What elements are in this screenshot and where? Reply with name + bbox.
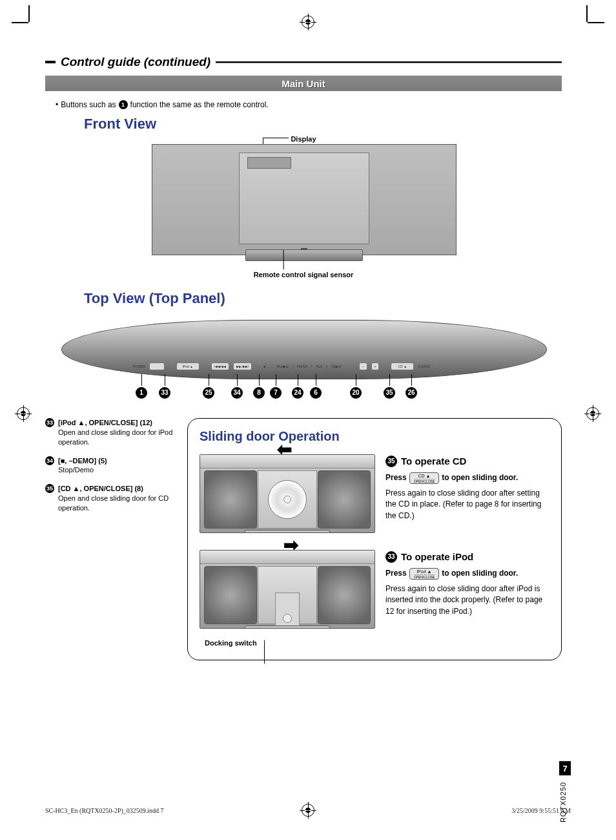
speaker-right [318, 470, 371, 529]
top-panel-buttons: POWER iPod ▲ l◀◀/◀◀ ▶▶/▶▶l ■ iPod▶/ll | … [133, 361, 475, 372]
def-item-34: 34 [■, –DEMO] (5) Stop/Demo [45, 456, 174, 476]
ipod-body: Press again to close sliding door after … [385, 583, 549, 617]
def-desc-34: Stop/Demo [58, 465, 107, 475]
footer: SC-HC3_En (RQTX0250-2P)_032509.indd 7 3/… [45, 807, 571, 814]
front-view-diagram: Display Remote control signal sensor [152, 144, 455, 255]
vol-up-button[interactable]: + [371, 362, 380, 370]
ipod-dock-slot [275, 593, 300, 627]
power-label: POWER [133, 364, 145, 368]
callout-8: 8 [253, 387, 265, 399]
ipod-panel [258, 566, 317, 624]
side-code: RQTX0250 [559, 782, 567, 823]
speaker-left [204, 470, 257, 529]
speaker-right [318, 566, 371, 624]
def-num-33: 33 [45, 418, 54, 427]
note-line: • Buttons such as 1 function the same as… [56, 100, 562, 109]
callout-35: 35 [384, 387, 395, 399]
footer-left: SC-HC3_En (RQTX0250-2P)_032509.indd 7 [45, 807, 164, 814]
def-title-34: [■, –DEMO] (5) [58, 457, 107, 465]
callout-1: 1 [136, 387, 147, 399]
section-title: Control guide (continued) [45, 55, 562, 69]
mini-unit-ipod [200, 550, 375, 629]
callout-25: 25 [203, 387, 214, 399]
aux-label: AUX [316, 364, 322, 368]
footer-right: 3/25/2009 9:55:51 AM [511, 807, 571, 814]
def-title-33: [iPod ▲, OPEN/CLOSE] (12) [58, 419, 152, 426]
cd-operation-row: ⬅ 35 To operate CD [200, 454, 549, 533]
front-unit [152, 144, 457, 255]
def-desc-35: Open and close sliding door for CD opera… [58, 494, 174, 513]
ipod-press-prefix: Press [385, 568, 407, 579]
stop-demo-label: ■ [263, 364, 265, 368]
callout-7: 7 [270, 387, 282, 399]
cd-text: 35 To operate CD Press CD ▲ OPEN/CLOSE t… [385, 454, 549, 533]
prev-button[interactable]: l◀◀/◀◀ [211, 362, 230, 370]
next-button[interactable]: ▶▶/▶▶l [233, 362, 252, 370]
def-item-33: 33 [iPod ▲, OPEN/CLOSE] (12) Open and cl… [45, 418, 174, 447]
callout-33: 33 [159, 387, 170, 399]
main-unit-bar: Main Unit [45, 76, 562, 91]
sensor-callout: Remote control signal sensor [254, 269, 354, 278]
ipod-open-button[interactable]: iPod ▲ [176, 362, 200, 370]
cd-diagram: ⬅ [200, 454, 374, 533]
ipod-text: 33 To operate iPod Press iPod ▲ OPEN/CLO… [385, 550, 549, 647]
note-prefix: Buttons such as [61, 100, 116, 109]
def-num-34: 34 [45, 456, 54, 465]
speaker-left [204, 566, 257, 624]
definitions-list: 33 [iPod ▲, OPEN/CLOSE] (12) Open and cl… [45, 418, 174, 522]
front-view-heading: Front View [84, 116, 562, 132]
cd-open-chip[interactable]: CD ▲ OPEN/CLOSE [409, 472, 440, 484]
power-button[interactable] [149, 362, 165, 370]
front-center-panel [239, 152, 369, 244]
cd-num: 35 [385, 456, 397, 467]
bullet: • [56, 100, 58, 109]
callout-20: 20 [350, 387, 362, 399]
ipod-num: 33 [385, 551, 397, 563]
top-view-diagram: POWER iPod ▲ l◀◀/◀◀ ▶▶/▶▶l ■ iPod▶/ll | … [61, 320, 546, 405]
sensor-label: Remote control signal sensor [254, 271, 354, 278]
def-num-35: 35 [45, 484, 54, 493]
callout-34: 34 [231, 387, 243, 399]
ipod-operation-row: ➡ Docking switch 33 [200, 550, 549, 647]
def-item-35: 35 [CD ▲, OPEN/CLOSE] (8) Open and close… [45, 484, 174, 513]
dock-leader-line [264, 640, 265, 664]
note-suffix: function the same as the remote control. [130, 100, 269, 109]
cdplay-label: CD▶/ll [331, 364, 341, 368]
cd-press-suffix: to open sliding door. [442, 472, 518, 483]
mini-unit-cd [200, 454, 375, 533]
note-circled-num: 1 [119, 100, 128, 109]
page-number: 7 [559, 761, 571, 775]
top-view-heading: Top View (Top Panel) [84, 290, 562, 307]
def-title-35: [CD ▲, OPEN/CLOSE] (8) [58, 485, 143, 492]
cd-press-prefix: Press [385, 472, 407, 483]
callout-24: 24 [292, 387, 303, 399]
callout-26: 26 [406, 387, 417, 399]
front-display-window [247, 157, 291, 169]
ipod-heading: To operate iPod [401, 550, 473, 564]
cd-disc-icon [268, 480, 307, 519]
page-content: Control guide (continued) Main Unit • Bu… [45, 55, 562, 660]
ipod-diagram: ➡ Docking switch [200, 550, 374, 647]
sliding-door-box: Sliding door Operation ⬅ [187, 418, 562, 660]
sliding-title: Sliding door Operation [200, 429, 549, 444]
ipod-play-label: iPod▶/ll [277, 364, 289, 368]
top-shell: POWER iPod ▲ l◀◀/◀◀ ▶▶/▶▶l ■ iPod▶/ll | … [61, 320, 547, 379]
cd-heading: To operate CD [401, 454, 466, 468]
front-foot [245, 249, 363, 261]
fmam-label: FM/AM [297, 364, 307, 368]
main-unit-title: Main Unit [282, 78, 325, 89]
cd-open-button[interactable]: CD ▲ [391, 362, 414, 370]
display-label: Display [291, 135, 316, 143]
callout-6: 6 [310, 387, 322, 399]
vol-down-button[interactable]: – [359, 362, 367, 370]
cd-panel [258, 470, 317, 529]
cd-body: Press again to close sliding door after … [385, 488, 549, 521]
ipod-open-chip[interactable]: iPod ▲ OPEN/CLOSE [409, 568, 440, 580]
dbass-label: D.BASS [418, 364, 429, 368]
section-title-text: Control guide (continued) [61, 55, 210, 69]
def-desc-33: Open and close sliding door for iPod ope… [58, 428, 174, 447]
dock-label: Docking switch [205, 639, 374, 647]
ipod-press-suffix: to open sliding door. [442, 568, 518, 579]
top-view-callouts: 1 33 25 34 8 7 24 6 20 35 26 [132, 379, 475, 405]
